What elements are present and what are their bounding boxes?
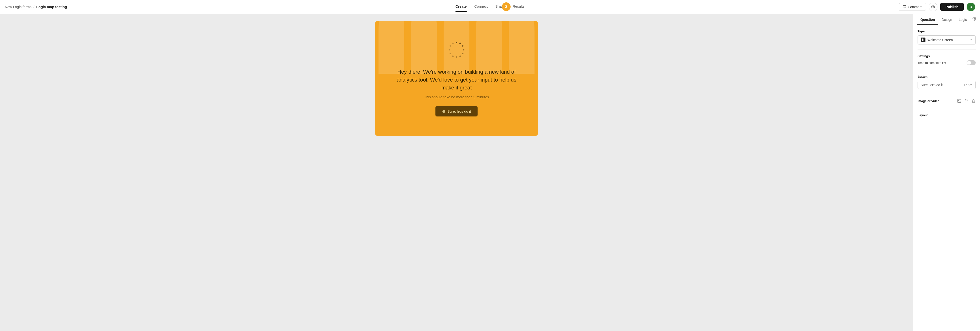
header-actions: Comment Publish U bbox=[899, 3, 975, 11]
form-preview: Hey there. We're working on building a n… bbox=[375, 21, 538, 136]
comment-icon bbox=[902, 5, 906, 9]
time-to-complete-row: Time to complete (?) bbox=[918, 60, 976, 65]
button-field[interactable]: Sure, let's do it 17 / 24 bbox=[918, 81, 976, 89]
form-content: Hey there. We're working on building a n… bbox=[375, 21, 538, 126]
breadcrumb-current[interactable]: Logic map testing bbox=[37, 5, 67, 9]
chevron-down-icon bbox=[969, 38, 973, 41]
publish-button[interactable]: Publish bbox=[940, 3, 964, 11]
type-dropdown[interactable]: Welcome Screen bbox=[918, 35, 976, 45]
form-subtitle: This should take no more than 5 minutes bbox=[424, 95, 489, 99]
trash-icon[interactable] bbox=[971, 99, 976, 103]
time-to-complete-toggle[interactable] bbox=[967, 60, 976, 65]
svg-point-4 bbox=[463, 49, 465, 51]
step-badge: 2 bbox=[502, 2, 511, 11]
main-nav: Create Connect Share Results bbox=[455, 4, 525, 10]
button-char-count: 17 / 24 bbox=[964, 83, 973, 87]
settings-gear-icon[interactable] bbox=[972, 17, 976, 22]
svg-point-12 bbox=[452, 43, 453, 44]
welcome-screen-icon bbox=[921, 38, 926, 42]
svg-point-20 bbox=[966, 100, 966, 100]
panel-tabs: Question Design Logic bbox=[913, 14, 980, 25]
type-label: Type bbox=[918, 29, 976, 33]
image-video-label: Image or video bbox=[918, 99, 940, 103]
comment-button[interactable]: Comment bbox=[899, 3, 926, 11]
svg-point-3 bbox=[462, 45, 463, 47]
svg-point-8 bbox=[452, 56, 453, 57]
svg-point-5 bbox=[462, 53, 463, 54]
image-video-section: Image or video bbox=[918, 99, 976, 103]
main-layout: Hey there. We're working on building a n… bbox=[0, 14, 980, 331]
breadcrumb: New Logic forms / Logic map testing bbox=[5, 5, 67, 9]
panel-body: Type Welcome Screen bbox=[913, 25, 980, 121]
tab-connect[interactable]: Connect bbox=[474, 4, 488, 10]
layout-label: Layout bbox=[918, 113, 928, 117]
eye-icon bbox=[931, 5, 935, 9]
divider-3 bbox=[918, 94, 976, 94]
breadcrumb-project[interactable]: New Logic forms bbox=[5, 5, 32, 9]
breadcrumb-separator: / bbox=[33, 5, 35, 9]
layout-section: Layout bbox=[918, 113, 976, 117]
svg-point-9 bbox=[450, 53, 451, 54]
divider-1 bbox=[918, 49, 976, 49]
svg-point-22 bbox=[966, 102, 966, 102]
svg-point-21 bbox=[967, 101, 967, 102]
media-icons bbox=[957, 99, 976, 103]
tab-create[interactable]: Create bbox=[455, 4, 467, 10]
svg-point-6 bbox=[460, 56, 461, 57]
time-to-complete-label: Time to complete (?) bbox=[918, 61, 946, 65]
type-section: Type Welcome Screen bbox=[918, 29, 976, 45]
svg-point-2 bbox=[460, 43, 461, 44]
loading-spinner bbox=[447, 40, 466, 59]
tab-results[interactable]: Results bbox=[512, 4, 525, 10]
app-header: New Logic forms / Logic map testing Crea… bbox=[0, 0, 980, 14]
play-icon bbox=[442, 110, 445, 113]
svg-point-11 bbox=[450, 45, 451, 47]
svg-point-14 bbox=[974, 18, 975, 19]
adjust-icon[interactable] bbox=[964, 99, 969, 103]
panel-tab-question[interactable]: Question bbox=[917, 14, 939, 25]
settings-label: Settings bbox=[918, 54, 976, 58]
svg-point-0 bbox=[932, 6, 934, 7]
panel-tab-design[interactable]: Design bbox=[939, 14, 956, 25]
image-icon[interactable] bbox=[957, 99, 961, 103]
preview-button[interactable] bbox=[929, 3, 937, 11]
avatar: U bbox=[967, 3, 975, 11]
button-value: Sure, let's do it bbox=[921, 83, 943, 87]
svg-point-10 bbox=[449, 49, 450, 51]
button-section-label: Button bbox=[918, 75, 976, 78]
type-selected: Welcome Screen bbox=[928, 38, 953, 42]
button-section: Button Sure, let's do it 17 / 24 bbox=[918, 75, 976, 89]
spinner-svg bbox=[447, 40, 466, 59]
svg-point-16 bbox=[958, 100, 959, 100]
right-panel: Question Design Logic Type bbox=[913, 14, 980, 331]
svg-point-7 bbox=[456, 56, 457, 57]
svg-point-13 bbox=[442, 110, 445, 113]
form-start-button[interactable]: Sure, let's do it bbox=[436, 106, 478, 116]
svg-point-1 bbox=[456, 42, 457, 43]
type-dropdown-left: Welcome Screen bbox=[921, 38, 953, 42]
panel-tab-logic[interactable]: Logic bbox=[955, 14, 970, 25]
form-title: Hey there. We're working on building a n… bbox=[390, 68, 523, 92]
canvas-area: Hey there. We're working on building a n… bbox=[0, 14, 913, 331]
settings-section: Settings Time to complete (?) bbox=[918, 54, 976, 65]
